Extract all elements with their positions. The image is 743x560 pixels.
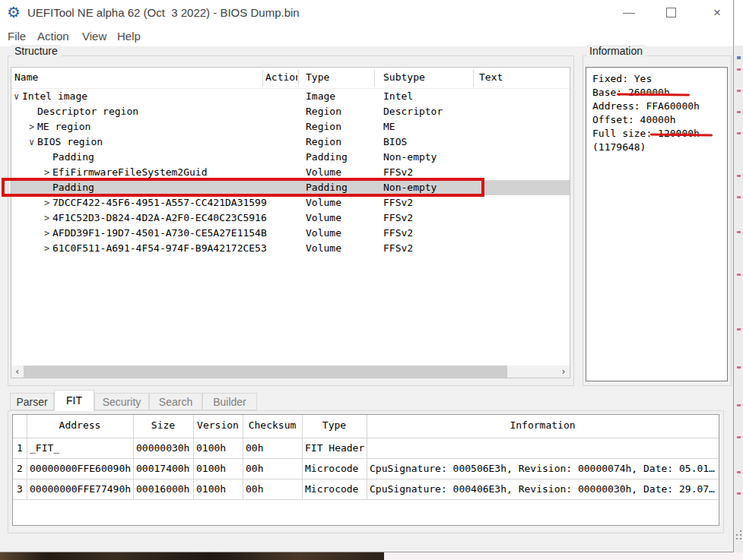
fit-cell-type[interactable]: FIT Header xyxy=(305,442,364,454)
tree-row-padding-1[interactable]: Padding Padding Non-empty xyxy=(11,150,570,165)
hex-editor-sliver: 007FFF703F 37 FF 44 9F 4F B0 0F FF 46 30… xyxy=(384,552,743,560)
hex-dash xyxy=(737,366,741,369)
hex-dash xyxy=(737,68,741,71)
expand-arrow-icon[interactable]: > xyxy=(44,241,49,256)
scroll-left-icon[interactable]: ‹ xyxy=(11,365,24,378)
tree-row-bios-region[interactable]: ∨ BIOS region Region BIOS xyxy=(11,134,570,150)
info-base: Base: 260000h xyxy=(592,87,670,98)
expand-arrow-icon[interactable]: > xyxy=(29,119,34,134)
tree-row-me-region[interactable]: > ME region Region ME xyxy=(11,119,570,134)
minimize-icon xyxy=(623,13,635,14)
menu-help[interactable]: Help xyxy=(114,28,144,44)
info-address: Address: FFA60000h xyxy=(592,100,700,112)
fit-col-address[interactable]: Address xyxy=(27,419,133,431)
tab-parser[interactable]: Parser xyxy=(10,393,54,410)
col-header-text[interactable]: Text xyxy=(479,71,563,83)
hex-dash xyxy=(737,196,741,198)
menu-file[interactable]: File xyxy=(5,28,29,44)
hex-dash xyxy=(737,436,741,438)
window-title: UEFITool NE alpha 62 (Oct 3 2022) - BIOS… xyxy=(27,6,300,19)
titlebar[interactable]: ⚙ UEFITool NE alpha 62 (Oct 3 2022) - BI… xyxy=(0,0,733,26)
hex-dash xyxy=(737,111,741,113)
close-button[interactable]: × xyxy=(700,0,735,26)
expand-arrow-icon[interactable]: > xyxy=(44,226,49,241)
structure-tree: Name Action Type Subtype Text ∨ Intel im… xyxy=(11,67,570,378)
expand-arrow-icon[interactable]: ∨ xyxy=(29,134,34,150)
uefitool-window: ⚙ UEFITool NE alpha 62 (Oct 3 2022) - BI… xyxy=(0,0,734,552)
hex-dash xyxy=(737,471,741,473)
tab-fit[interactable]: FIT xyxy=(54,390,94,411)
tree-row-guid-7dccf422[interactable]: > 7DCCF422-45F6-4951-A557-CC421DA31599 V… xyxy=(11,195,570,210)
tree-row-descriptor-region[interactable]: Descriptor region Region Descriptor xyxy=(11,104,570,119)
fit-cell-version[interactable]: 0100h xyxy=(196,483,226,495)
menu-action[interactable]: Action xyxy=(34,28,72,44)
tab-security[interactable]: Security xyxy=(94,393,149,410)
info-fixed: Fixed: Yes xyxy=(592,73,652,84)
hex-dash xyxy=(737,492,741,495)
fit-cell-size[interactable]: 00017400h xyxy=(136,463,189,474)
desktop-wallpaper-sliver xyxy=(0,552,384,560)
fit-cell-info[interactable]: CpuSignature: 000406E3h, Revision: 00000… xyxy=(370,483,719,495)
fit-cell-type[interactable]: Microcode xyxy=(305,463,358,474)
fit-cell-checksum[interactable]: 00h xyxy=(246,442,263,454)
menu-view[interactable]: View xyxy=(79,28,110,44)
maximize-icon xyxy=(666,8,676,17)
fit-cell-info[interactable]: CpuSignature: 000506E3h, Revision: 00000… xyxy=(370,463,719,474)
hex-dash xyxy=(737,56,741,59)
tree-header: Name Action Type Subtype Text xyxy=(11,68,570,89)
background-bottom-strip: 007FFF703F 37 FF 44 9F 4F B0 0F FF 46 30… xyxy=(0,552,743,560)
information-panel: Fixed: Yes Base: 260000h Address: FFA600… xyxy=(586,67,728,381)
fit-col-checksum[interactable]: Checksum xyxy=(243,419,302,431)
expand-arrow-icon[interactable]: > xyxy=(44,210,49,226)
information-label: Information xyxy=(586,45,646,57)
tree-row-guid-afdd39f1[interactable]: > AFDD39F1-19D7-4501-A730-CE5A27E1154B V… xyxy=(11,226,570,241)
horizontal-scrollbar[interactable]: ‹ › xyxy=(11,365,570,378)
screen: 007FFF703F 37 FF 44 9F 4F B0 0F FF 46 30… xyxy=(0,0,743,560)
fit-cell-version[interactable]: 0100h xyxy=(196,442,226,454)
close-icon: × xyxy=(713,5,721,20)
col-header-type[interactable]: Type xyxy=(306,71,370,83)
fit-col-size[interactable]: Size xyxy=(133,419,193,431)
fit-cell-checksum[interactable]: 00h xyxy=(246,483,263,495)
minimize-button[interactable] xyxy=(611,0,646,26)
fit-table: Address Size Version Checksum Type Infor… xyxy=(12,414,719,526)
tree-row-intel-image[interactable]: ∨ Intel image Image Intel xyxy=(11,89,570,104)
hex-dash xyxy=(737,328,741,331)
fit-cell-address[interactable]: 00000000FFE77490h xyxy=(30,483,131,495)
fit-rownum: 3 xyxy=(13,483,27,495)
col-header-subtype[interactable]: Subtype xyxy=(383,71,471,83)
fit-cell-address[interactable]: 00000000FFE60090h xyxy=(30,463,131,474)
fit-cell-type[interactable]: Microcode xyxy=(305,483,358,495)
col-header-name[interactable]: Name xyxy=(14,71,258,83)
tree-row-guid-61c0f511[interactable]: > 61C0F511-A691-4F54-974F-B9A42172CE53 V… xyxy=(11,241,570,256)
resize-grip[interactable] xyxy=(732,530,743,542)
hex-dash xyxy=(737,90,741,92)
fit-col-type[interactable]: Type xyxy=(302,419,367,431)
col-header-action[interactable]: Action xyxy=(265,71,297,83)
info-size-dec: (1179648) xyxy=(592,141,646,153)
info-offset: Offset: 40000h xyxy=(592,114,676,125)
fit-col-info[interactable]: Information xyxy=(367,419,719,431)
fit-cell-size[interactable]: 00000030h xyxy=(136,442,189,454)
fit-cell-address[interactable]: _FIT_ xyxy=(30,442,59,454)
background-sliver-top xyxy=(735,0,743,46)
expand-arrow-icon[interactable]: > xyxy=(44,195,49,210)
hex-dash xyxy=(737,132,741,134)
tree-row-guid-4f1c52d3[interactable]: > 4F1C52D3-D824-4D2A-A2F0-EC40C23C5916 V… xyxy=(11,210,570,226)
tab-search[interactable]: Search xyxy=(149,393,202,410)
hex-dash xyxy=(737,404,741,407)
structure-label: Structure xyxy=(11,45,61,57)
fit-col-version[interactable]: Version xyxy=(193,419,243,431)
fit-cell-version[interactable]: 0100h xyxy=(196,463,226,474)
menubar: File Action View Help xyxy=(0,26,733,46)
scrollbar-thumb[interactable] xyxy=(24,365,507,378)
expand-arrow-icon[interactable]: ∨ xyxy=(14,89,19,104)
fit-rownum: 1 xyxy=(13,442,27,454)
fit-cell-checksum[interactable]: 00h xyxy=(246,463,263,474)
gear-app-icon: ⚙ xyxy=(7,4,21,21)
fit-cell-size[interactable]: 00016000h xyxy=(136,483,189,495)
scroll-right-icon[interactable]: › xyxy=(557,365,570,378)
tab-builder[interactable]: Builder xyxy=(202,393,257,410)
hex-dash xyxy=(737,175,741,177)
maximize-button[interactable] xyxy=(654,0,689,26)
